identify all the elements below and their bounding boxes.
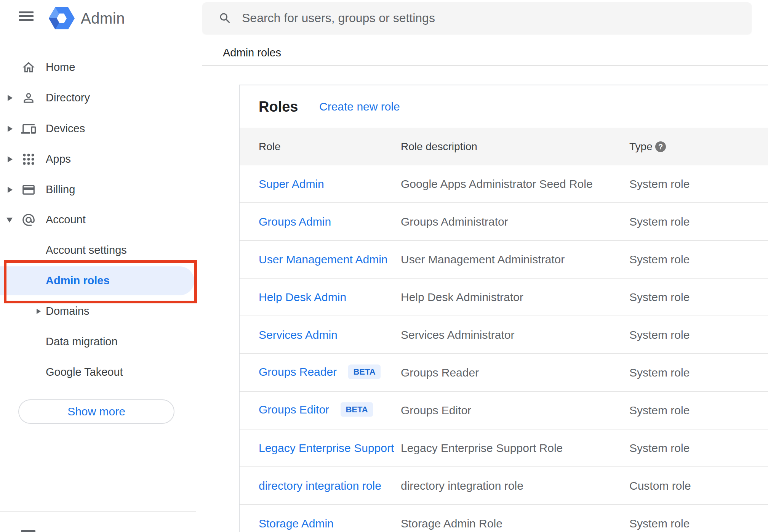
table-row: Groups Reader BETA Groups Reader System … <box>240 354 768 392</box>
role-cell: User Management Admin <box>259 253 388 266</box>
chevron-right-icon[interactable] <box>8 187 13 193</box>
chevron-right-icon[interactable] <box>37 309 41 314</box>
role-link[interactable]: Storage Admin <box>259 517 334 530</box>
admin-hexagon-icon <box>48 6 75 30</box>
sidebar: Admin Home Directory Devices Apps <box>0 0 202 532</box>
sidebar-item-label: Google Takeout <box>46 366 123 378</box>
sidebar-item-label: Billing <box>46 183 75 196</box>
role-description: User Management Administrator <box>401 253 565 266</box>
role-link[interactable]: Super Admin <box>259 178 324 190</box>
role-link[interactable]: Groups Admin <box>259 215 331 228</box>
menu-icon[interactable] <box>19 11 34 23</box>
table-row: directory integration role directory int… <box>240 467 768 505</box>
sidebar-item-label: Domains <box>46 305 89 317</box>
role-type: System role <box>629 517 690 530</box>
table-header-row: Role Role description Type ? <box>240 128 768 165</box>
role-cell: Storage Admin <box>259 517 334 530</box>
role-link[interactable]: Groups Editor <box>259 403 329 415</box>
role-description: Google Apps Administrator Seed Role <box>401 178 593 191</box>
role-link[interactable]: Legacy Enterprise Support <box>259 442 394 454</box>
header-divider <box>202 65 768 66</box>
person-icon <box>21 91 36 105</box>
role-link[interactable]: Services Admin <box>259 328 338 341</box>
home-icon <box>21 60 36 75</box>
role-description: directory integration role <box>401 479 523 492</box>
chevron-right-icon[interactable] <box>8 95 13 101</box>
beta-badge: BETA <box>348 364 380 379</box>
sidebar-item-label: Account <box>46 213 86 226</box>
role-description: Help Desk Administrator <box>401 291 523 304</box>
roles-card-header: Roles Create new role <box>240 85 768 128</box>
role-link[interactable]: Groups Reader <box>259 365 337 378</box>
role-type: System role <box>629 328 690 341</box>
role-link[interactable]: directory integration role <box>259 479 381 492</box>
sidebar-item-label: Directory <box>46 91 90 104</box>
sidebar-item-label: Admin roles <box>46 274 110 287</box>
sidebar-item-home[interactable]: Home <box>0 52 202 83</box>
table-row: Super Admin Google Apps Administrator Se… <box>240 165 768 203</box>
sidebar-item-devices[interactable]: Devices <box>0 114 202 144</box>
role-description: Services Administrator <box>401 328 514 341</box>
roles-table-body: Super Admin Google Apps Administrator Se… <box>240 165 768 532</box>
sidebar-item-admin-roles-selected[interactable]: Admin roles <box>0 266 194 295</box>
search-bar[interactable] <box>202 2 752 34</box>
role-type: System role <box>629 253 690 266</box>
role-cell: Groups Reader BETA <box>259 365 381 380</box>
role-description: Groups Editor <box>401 404 471 417</box>
sidebar-item-directory[interactable]: Directory <box>0 83 202 113</box>
sidebar-item-domains[interactable]: Domains <box>0 296 202 327</box>
sidebar-item-account[interactable]: Account <box>0 205 202 235</box>
panel-title: Roles <box>259 98 298 115</box>
sidebar-divider <box>0 511 196 512</box>
column-header-role: Role <box>259 141 281 153</box>
column-header-description: Role description <box>401 141 477 153</box>
show-more-button[interactable]: Show more <box>18 399 174 424</box>
table-row: User Management Admin User Management Ad… <box>240 241 768 279</box>
sidebar-item-label: Apps <box>46 153 71 165</box>
role-cell: Groups Admin <box>259 215 331 228</box>
role-cell: Legacy Enterprise Support <box>259 442 394 455</box>
search-input[interactable] <box>242 11 752 25</box>
role-type: System role <box>629 291 690 304</box>
table-row: Help Desk Admin Help Desk Administrator … <box>240 279 768 316</box>
table-row: Storage Admin Storage Admin Role System … <box>240 505 768 532</box>
apps-grid-icon <box>21 152 36 167</box>
roles-card: Roles Create new role Role Role descript… <box>239 85 768 532</box>
create-new-role-link[interactable]: Create new role <box>319 100 400 113</box>
table-row: Services Admin Services Administrator Sy… <box>240 316 768 354</box>
role-link[interactable]: Help Desk Admin <box>259 291 346 303</box>
devices-icon <box>21 122 36 136</box>
partial-bottom-icon <box>21 530 35 532</box>
role-type: System role <box>629 442 690 455</box>
sidebar-item-account-settings[interactable]: Account settings <box>0 235 202 266</box>
credit-card-icon <box>21 183 36 197</box>
sidebar-item-label: Data migration <box>46 335 118 348</box>
sidebar-item-label: Account settings <box>46 244 127 256</box>
beta-badge: BETA <box>341 402 373 417</box>
role-description: Groups Reader <box>401 366 479 379</box>
role-description: Storage Admin Role <box>401 517 502 530</box>
chevron-down-icon[interactable] <box>6 218 13 223</box>
role-link[interactable]: User Management Admin <box>259 253 388 266</box>
search-icon <box>218 11 232 25</box>
table-row: Groups Editor BETA Groups Editor System … <box>240 392 768 429</box>
sidebar-item-data-migration[interactable]: Data migration <box>0 327 202 357</box>
sidebar-item-label: Devices <box>46 122 85 135</box>
help-icon[interactable]: ? <box>655 141 666 152</box>
chevron-right-icon[interactable] <box>8 156 13 162</box>
role-cell: Groups Editor BETA <box>259 403 373 418</box>
at-sign-icon <box>21 213 36 227</box>
sidebar-item-google-takeout[interactable]: Google Takeout <box>0 357 202 388</box>
role-description: Legacy Enterprise Support Role <box>401 442 563 455</box>
sidebar-item-apps[interactable]: Apps <box>0 144 202 175</box>
table-row: Legacy Enterprise Support Legacy Enterpr… <box>240 429 768 467</box>
sidebar-item-label: Home <box>46 61 75 74</box>
role-type: System role <box>629 366 690 379</box>
role-cell: Super Admin <box>259 178 324 191</box>
role-type: System role <box>629 404 690 417</box>
role-type: System role <box>629 215 690 228</box>
table-row: Groups Admin Groups Administrator System… <box>240 203 768 241</box>
chevron-right-icon[interactable] <box>8 126 13 132</box>
column-header-type: Type <box>629 141 653 153</box>
sidebar-item-billing[interactable]: Billing <box>0 175 202 205</box>
